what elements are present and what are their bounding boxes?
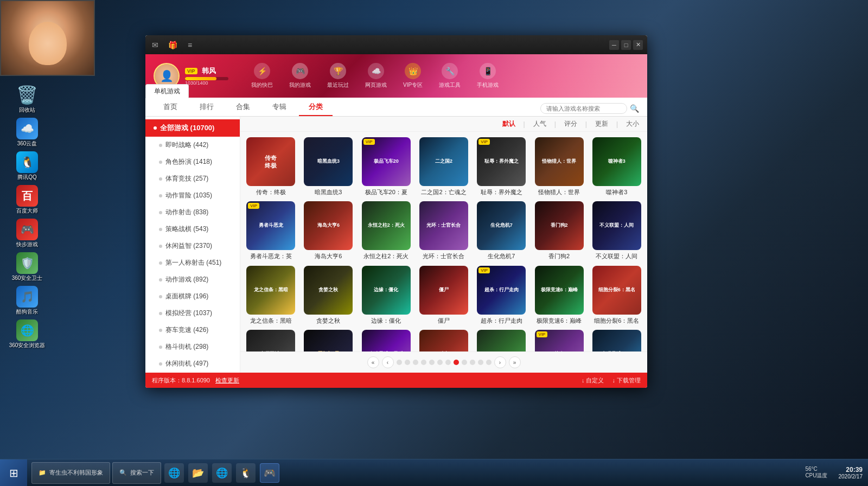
- page-last[interactable]: »: [509, 356, 521, 368]
- desktop-icon-kugou[interactable]: 🎵 酷狗音乐: [8, 286, 46, 315]
- update-button[interactable]: 检查更新: [215, 376, 239, 385]
- desktop-icon-huixing[interactable]: 🗑️ 回收站: [8, 84, 46, 113]
- sidebar-item-shooter[interactable]: 动作射击 (838): [145, 204, 240, 221]
- sidebar-item-rpg[interactable]: 角色扮演 (1418): [145, 154, 240, 170]
- game-card-g27[interactable]: VIP 掠食 掠食: [533, 330, 585, 351]
- game-card-g1[interactable]: 传奇终极 传奇：终极: [245, 137, 297, 196]
- game-card-g17[interactable]: 边缘：僵化 边缘：僵化: [360, 266, 412, 324]
- sidebar-item-sports[interactable]: 体育竞技 (257): [145, 170, 240, 187]
- page-dot-8[interactable]: [454, 360, 459, 365]
- page-dot-5[interactable]: [429, 360, 435, 365]
- start-button[interactable]: ⊞: [0, 459, 27, 487]
- taskbar-item-360browser[interactable]: 🌐: [212, 463, 232, 483]
- tab-rank[interactable]: 排行: [190, 99, 224, 116]
- nav-netgames[interactable]: ☁️ 网页游戏: [357, 63, 395, 89]
- page-dot-6[interactable]: [437, 360, 443, 365]
- sidebar-item-action[interactable]: 动作冒险 (1035): [145, 187, 240, 204]
- sidebar-item-sim[interactable]: 模拟经营 (1037): [145, 305, 240, 322]
- sidebar-item-all[interactable]: 全部游戏 (10700): [145, 119, 240, 137]
- page-dot-2[interactable]: [405, 360, 410, 365]
- sidebar-item-fps[interactable]: 第一人称射击 (451): [145, 254, 240, 271]
- desktop-icon-baidu[interactable]: 百 百度大师: [8, 185, 46, 214]
- tab-album[interactable]: 专辑: [263, 99, 296, 116]
- search-input[interactable]: [540, 103, 627, 114]
- tab-category[interactable]: 分类: [299, 99, 333, 116]
- taskbar-item-ie[interactable]: 🌐: [164, 463, 184, 483]
- game-card-g28[interactable]: 实况足球2019 实况足球2019: [591, 330, 643, 351]
- game-card-g8[interactable]: VIP 勇者斗恶龙 勇者斗恶龙：英: [245, 201, 297, 260]
- game-card-g23[interactable]: ThieF 神偷4: [302, 330, 354, 351]
- game-card-g15[interactable]: 龙之信条：黑暗 龙之信条：黑暗: [245, 266, 297, 324]
- game-card-g3[interactable]: VIP 极品飞车20 极品飞车20：夏: [360, 137, 412, 196]
- game-card-g24[interactable]: 人猿星球：最后 人猿星球：最后: [360, 330, 412, 351]
- game-card-g26[interactable]: WRC 5 世界汽车拉力锦: [475, 330, 527, 351]
- desktop-icon-browser[interactable]: 🌐 360安全浏览器: [8, 319, 46, 349]
- game-card-g11[interactable]: 光环：士官长合 光环：士官长合: [418, 201, 470, 260]
- close-button[interactable]: ✕: [633, 40, 643, 50]
- sort-default[interactable]: 默认: [502, 119, 515, 129]
- sidebar-item-tactics[interactable]: 策略战棋 (543): [145, 221, 240, 238]
- game-card-g25[interactable]: 科南 科南: [418, 330, 470, 351]
- page-dot-3[interactable]: [413, 360, 418, 365]
- game-card-g21[interactable]: 细胞分裂6：黑名 细胞分裂6：黑名: [591, 266, 643, 324]
- nav-mylib[interactable]: 🎮 我的游戏: [281, 63, 319, 89]
- game-card-g14[interactable]: 不义联盟：人间 不义联盟：人间: [591, 201, 643, 260]
- sidebar-item-racing[interactable]: 赛车竞速 (426): [145, 322, 240, 338]
- nav-vip[interactable]: 👑 VIP专区: [395, 63, 431, 89]
- page-dot-10[interactable]: [470, 360, 475, 365]
- page-next[interactable]: ›: [494, 356, 506, 368]
- sidebar-item-board[interactable]: 桌面棋牌 (196): [145, 288, 240, 305]
- page-dot-9[interactable]: [462, 360, 467, 365]
- mail-icon[interactable]: ✉: [150, 40, 161, 50]
- game-card-g2[interactable]: 暗黑血统3 暗黑血统3: [302, 137, 354, 196]
- game-card-g9[interactable]: 海岛大亨6 海岛大亨6: [302, 201, 354, 260]
- game-card-g5[interactable]: VIP 耻辱：界外魔之 耻辱：界外魔之: [475, 137, 527, 196]
- sidebar-item-idlegame[interactable]: 休闲街机 (497): [145, 355, 240, 372]
- game-card-g6[interactable]: 怪物猎人：世界 怪物猎人：世界: [533, 137, 585, 196]
- minimize-button[interactable]: ─: [609, 40, 619, 50]
- tab-home[interactable]: 首页: [154, 99, 187, 116]
- page-dot-1[interactable]: [397, 360, 402, 365]
- nav-topgames[interactable]: 🏆 最近玩过: [319, 63, 357, 89]
- taskbar-item-folder[interactable]: 📂: [188, 463, 208, 483]
- taskbar-item-gameclient[interactable]: 🎮: [260, 463, 279, 483]
- desktop-icon-360pan[interactable]: ☁️ 360云盘: [8, 118, 46, 147]
- page-first[interactable]: «: [367, 356, 379, 368]
- nav-mobile[interactable]: 📱 手机游戏: [469, 63, 507, 89]
- tab-collection[interactable]: 合集: [226, 99, 260, 116]
- game-card-g16[interactable]: 贪婪之秋 贪婪之秋: [302, 266, 354, 324]
- page-dot-12[interactable]: [486, 360, 492, 365]
- desktop-icon-360safe[interactable]: 🛡️ 360安全卫士: [8, 252, 46, 282]
- desktop-icon-kuaibu[interactable]: 🎮 快步游戏: [8, 219, 46, 248]
- game-card-g13[interactable]: 香门狗2 香门狗2: [533, 201, 585, 260]
- game-card-g22[interactable]: 丧尸围城3 丧尸围城3: [245, 330, 297, 351]
- gift-icon[interactable]: 🎁: [167, 40, 178, 50]
- game-card-g4[interactable]: 二之国2 二之国2：亡魂之: [418, 137, 470, 196]
- customize-link[interactable]: ↓ 自定义: [582, 376, 604, 385]
- single-game-tab[interactable]: 单机游戏: [145, 84, 189, 98]
- page-dot-7[interactable]: [445, 360, 451, 365]
- sidebar-item-strategy[interactable]: 即时战略 (442): [145, 137, 240, 154]
- download-manager-link[interactable]: ↓ 下载管理: [612, 376, 641, 385]
- page-dot-11[interactable]: [478, 360, 483, 365]
- nav-kuaiba[interactable]: ⚡ 我的快巴: [243, 63, 281, 89]
- sort-rating[interactable]: 评分: [564, 119, 577, 129]
- desktop-icon-qq[interactable]: 🐧 腾讯QQ: [8, 151, 46, 181]
- nav-tools[interactable]: 🔧 游戏工具: [431, 63, 469, 89]
- sidebar-item-fighting[interactable]: 格斗街机 (298): [145, 338, 240, 355]
- page-dot-4[interactable]: [421, 360, 426, 365]
- sidebar-item-actiongame[interactable]: 动作游戏 (892): [145, 271, 240, 288]
- sort-popular[interactable]: 人气: [533, 119, 546, 129]
- taskbar-item-fileexplorer[interactable]: 📁 寄生虫不利韩国形象: [31, 462, 110, 484]
- game-card-g10[interactable]: 永恒之柱2：死火 永恒之柱2：死火: [360, 201, 412, 260]
- maximize-button[interactable]: □: [621, 40, 631, 50]
- game-card-g12[interactable]: 生化危机7 生化危机7: [475, 201, 527, 260]
- page-prev[interactable]: ‹: [382, 356, 394, 368]
- sidebar-item-casual[interactable]: 休闲益智 (2370): [145, 238, 240, 254]
- sort-update[interactable]: 更新: [595, 119, 608, 129]
- taskbar-item-qqbrowser[interactable]: 🐧: [236, 463, 256, 483]
- game-card-g7[interactable]: 噬神者3 噬神者3: [591, 137, 643, 196]
- game-card-g19[interactable]: VIP 超杀：行尸走肉 超杀：行尸走肉: [475, 266, 527, 324]
- menu-icon[interactable]: ≡: [184, 40, 195, 50]
- game-card-g20[interactable]: 极限竞速6：巅峰 极限竞速6：巅峰: [533, 266, 585, 324]
